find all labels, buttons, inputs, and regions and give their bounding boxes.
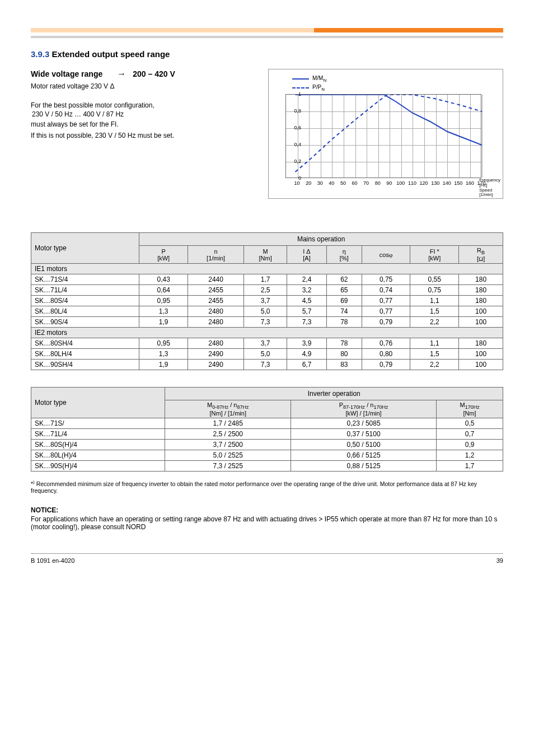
header-gray-bar [31, 36, 503, 38]
cell: 0,79 [362, 360, 410, 370]
chart-area: Frequency[Hz]Speed[1/min] 10203040506070… [285, 94, 499, 178]
wide-voltage-label: Wide voltage range [31, 69, 102, 78]
cell: 5,0 [244, 349, 287, 360]
table-row: SK…80S(H)/43,7 / 25000,50 / 51000,9 [31, 440, 503, 450]
col-header: cosφ [362, 246, 410, 264]
legend-item: P/PN [292, 84, 499, 92]
cell: 2490 [188, 349, 244, 360]
cell: 0,37 / 5100 [291, 429, 437, 440]
y-tick: 0,2 [294, 158, 301, 164]
cell: 2,2 [410, 317, 459, 328]
cell: SK…80S/4 [31, 296, 139, 306]
cell: 0,66 / 5125 [291, 450, 437, 461]
config-value: 230 V / 50 Hz … 400 V / 87 Hz [32, 110, 257, 118]
table-row: SK…71L/42,5 / 25000,37 / 51000,7 [31, 429, 503, 440]
x-tick: 80 [375, 180, 381, 186]
cell: 0,95 [139, 296, 188, 306]
table-inverter-operation: Motor type Inverter operation M0-87Hz / … [31, 387, 503, 472]
table-row: SK…80L/41,324805,05,7740,771,5100 [31, 306, 503, 317]
cell: 3,2 [287, 285, 327, 296]
cell: 83 [326, 360, 362, 370]
col-header: RB[Ω] [459, 246, 503, 264]
cell: 0,88 / 5125 [291, 461, 437, 472]
arrow-right-icon: → [117, 69, 126, 79]
table-row: SK…80SH/40,9524803,73,9780,761,1180 [31, 338, 503, 349]
legend-label: M/MN [312, 75, 326, 83]
notice-title: NOTICE: [31, 506, 503, 514]
cell: 0,80 [362, 349, 410, 360]
table-row: SK…90SH/41,924907,36,7830,792,2100 [31, 360, 503, 370]
cell: 1,7 / 2485 [165, 418, 291, 429]
col-motor-type-2: Motor type [31, 388, 165, 418]
cell: 100 [459, 349, 503, 360]
table-row: SK…71S/40,4324401,72,4620,750,55180 [31, 274, 503, 285]
x-tick: 30 [317, 180, 323, 186]
cell: 5,0 [244, 306, 287, 317]
table-row: IE1 motors [31, 264, 503, 274]
cell: 2455 [188, 296, 244, 306]
cell: 2,2 [410, 360, 459, 370]
cell: 69 [326, 296, 362, 306]
x-tick: 170 [477, 180, 485, 186]
col-inv-op: Inverter operation [165, 388, 503, 400]
cell: 0,74 [362, 285, 410, 296]
header-orange-bar [31, 28, 503, 32]
cell: 7,3 [244, 317, 287, 328]
cell: 100 [459, 317, 503, 328]
cell: 78 [326, 317, 362, 328]
table-row: SK…80LH/41,324905,04,9800,801,5100 [31, 349, 503, 360]
cell: 62 [326, 274, 362, 285]
page-footer: B 1091 en-4020 39 [31, 553, 503, 564]
table-row: SK…71S/1,7 / 24850,23 / 50850,5 [31, 418, 503, 429]
notice-body: For applications which have an operating… [31, 515, 497, 531]
cell: SK…80S(H)/4 [31, 440, 165, 450]
x-tick: 40 [329, 180, 334, 186]
cell: SK…90S/4 [31, 317, 139, 328]
cell: 3,9 [287, 338, 327, 349]
footnote: *) Recommended minimum size of frequency… [31, 479, 503, 494]
cell: 0,50 / 5100 [291, 440, 437, 450]
cell: 1,7 [437, 461, 503, 472]
x-tick: 120 [420, 180, 428, 186]
cell: 180 [459, 285, 503, 296]
x-tick: 130 [431, 180, 439, 186]
cell: 2480 [188, 317, 244, 328]
cell: 5,0 / 2525 [165, 450, 291, 461]
section-title: 3.9.3 Extended output speed range [31, 49, 503, 59]
motor-voltage-desc: Motor rated voltage 230 V Δ [31, 82, 257, 90]
cell: SK…80LH/4 [31, 349, 139, 360]
col-motor-type: Motor type [31, 233, 139, 264]
cell: 2,5 / 2500 [165, 429, 291, 440]
table-row: SK…90S(H)/47,3 / 25250,88 / 51251,7 [31, 461, 503, 472]
table-row: SK…90S/41,924807,37,3780,792,2100 [31, 317, 503, 328]
cell: 3,7 / 2500 [165, 440, 291, 450]
cell: 0,79 [362, 317, 410, 328]
footer-page-number: 39 [496, 557, 503, 564]
x-tick: 10 [294, 180, 300, 186]
cell: 1,2 [437, 450, 503, 461]
table-mains-operation: Motor type Mains operation P[kW]n[1/min]… [31, 232, 503, 370]
col-header: M0-87Hz / n87Hz[Nm] / [1/min] [165, 400, 291, 418]
y-tick: 1 [298, 91, 301, 97]
y-tick: 0,8 [294, 108, 301, 114]
cell: 2,4 [287, 274, 327, 285]
chart-legend: M/MNP/PN [274, 75, 499, 92]
x-tick: 160 [466, 180, 474, 186]
cell: 1,9 [139, 317, 188, 328]
x-tick: 70 [363, 180, 369, 186]
cell: 4,9 [287, 349, 327, 360]
col-header: P[kW] [139, 246, 188, 264]
cell: 2,5 [244, 285, 287, 296]
cell: 0,76 [362, 338, 410, 349]
legend-line-icon [292, 87, 309, 88]
cell: 100 [459, 306, 503, 317]
cell: 0,77 [362, 306, 410, 317]
cell: 0,77 [362, 296, 410, 306]
cell: 7,3 / 2525 [165, 461, 291, 472]
chart-panel: M/MNP/PN Frequency[Hz]Speed[1/min] 10203… [268, 69, 503, 199]
cell: 0,7 [437, 429, 503, 440]
cell: 0,55 [410, 274, 459, 285]
cell: 180 [459, 296, 503, 306]
table-row: SK…80L(H)/45,0 / 25250,66 / 51251,2 [31, 450, 503, 461]
cell: 78 [326, 338, 362, 349]
